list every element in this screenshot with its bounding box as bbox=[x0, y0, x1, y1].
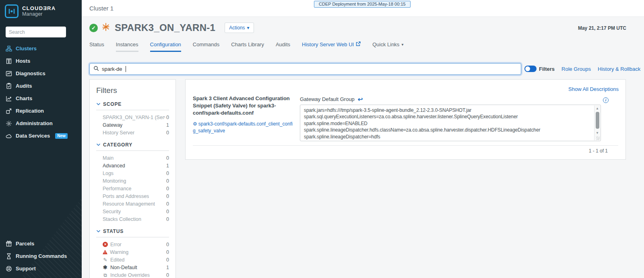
sidebar-item-audits[interactable]: Audits bbox=[0, 80, 82, 92]
filter-item-gateway[interactable]: Gateway1 bbox=[96, 121, 169, 129]
spark-service-icon bbox=[101, 23, 110, 33]
tab-history-server-web-ui[interactable]: History Server Web UI bbox=[302, 41, 361, 52]
tab-audits[interactable]: Audits bbox=[276, 41, 290, 52]
filter-item-monitoring[interactable]: Monitoring0 bbox=[96, 177, 169, 185]
divider bbox=[193, 145, 618, 146]
sidebar-bottom-nav: Parcels Running Commands Support bbox=[0, 237, 82, 275]
filter-item-service-wide[interactable]: SPARK3_ON_YARN-1 (Service-Wide)0 bbox=[96, 113, 169, 121]
filter-item-main[interactable]: Main0 bbox=[96, 154, 169, 162]
scroll-up-icon[interactable]: ▲ bbox=[594, 107, 600, 110]
sidebar-item-charts[interactable]: Charts bbox=[0, 92, 82, 105]
brand-title: CLOUDƎRA bbox=[22, 6, 56, 12]
tab-configuration[interactable]: Configuration bbox=[150, 41, 181, 52]
sidebar-item-hosts[interactable]: Hosts bbox=[0, 55, 82, 67]
filters-toggle-label: Filters bbox=[539, 66, 555, 72]
sidebar-item-clusters[interactable]: Clusters bbox=[0, 42, 82, 55]
sidebar-item-label: Data Services bbox=[16, 133, 50, 139]
scrollbar-thumb[interactable] bbox=[596, 112, 599, 129]
scroll-down-icon[interactable]: ▼ bbox=[594, 131, 600, 135]
sidebar-item-label: Clusters bbox=[16, 45, 37, 51]
undo-icon[interactable]: ↩ bbox=[358, 96, 363, 102]
role-group-label: Gateway Default Group bbox=[300, 96, 355, 102]
sidebar-item-replication[interactable]: Replication bbox=[0, 105, 82, 117]
sidebar-item-label: Support bbox=[16, 266, 36, 272]
filters-panel-title: Filters bbox=[96, 86, 169, 95]
filter-item-edited[interactable]: ✎Edited 0 bbox=[96, 256, 169, 264]
sidebar-nav: Clusters Hosts Diagnostics Audits Charts… bbox=[0, 42, 82, 142]
external-link-icon bbox=[356, 41, 361, 47]
filter-item-advanced[interactable]: Advanced1 bbox=[96, 162, 169, 169]
config-value-textarea[interactable]: spark.jars=hdfs:///tmp/spark-3.5-spline-… bbox=[300, 105, 601, 141]
resize-handle[interactable] bbox=[596, 136, 600, 140]
filter-item-performance[interactable]: Performance0 bbox=[96, 185, 169, 192]
sidebar-search-input[interactable] bbox=[6, 27, 66, 37]
filter-item-logs[interactable]: Logs0 bbox=[96, 169, 169, 177]
filter-item-security[interactable]: Security0 bbox=[96, 208, 169, 215]
filter-item-warning[interactable]: Warning 0 bbox=[96, 248, 169, 256]
filter-item-non-default[interactable]: ✱Non-Default 1 bbox=[96, 264, 169, 271]
toggle-knob bbox=[525, 66, 530, 71]
service-tabs: Status Instances Configuration Commands … bbox=[89, 41, 403, 52]
property-title: Spark 3 Client Advanced Configuration Sn… bbox=[193, 95, 294, 117]
deployment-banner: CDEP Deployment from 2025-May-18 00:15 bbox=[314, 1, 411, 8]
sidebar-item-administration[interactable]: Administration bbox=[0, 117, 82, 130]
sidebar-item-label: Hosts bbox=[16, 58, 30, 64]
sidebar-item-running-commands[interactable]: Running Commands bbox=[0, 250, 82, 262]
sidebar-item-parcels[interactable]: Parcels bbox=[0, 237, 82, 250]
sidebar-item-diagnostics[interactable]: Diagnostics bbox=[0, 67, 82, 80]
sidebar-item-support[interactable]: Support bbox=[0, 262, 82, 275]
property-name-link[interactable]: ⚙spark3-conf/spark-defaults.conf_client_… bbox=[193, 121, 294, 135]
sidebar-item-label: Charts bbox=[16, 95, 32, 101]
sidebar-item-data-services[interactable]: Data Services New bbox=[0, 130, 82, 142]
filter-item-resource-management[interactable]: Resource Management0 bbox=[96, 200, 169, 208]
tab-status[interactable]: Status bbox=[89, 41, 104, 52]
tab-commands[interactable]: Commands bbox=[193, 41, 219, 52]
filter-item-ports-and-addresses[interactable]: Ports and Addresses0 bbox=[96, 192, 169, 200]
cloudera-logo-icon bbox=[5, 4, 19, 18]
filter-section-scope: SCOPE SPARK3_ON_YARN-1 (Service-Wide)0 G… bbox=[96, 101, 169, 136]
textarea-scrollbar[interactable]: ▲ ▼ bbox=[594, 105, 600, 140]
tab-quick-links[interactable]: Quick Links▾ bbox=[372, 41, 403, 52]
page-title: SPARK3_ON_YARN-1 bbox=[115, 22, 215, 33]
filter-section-scope-header[interactable]: SCOPE bbox=[96, 101, 169, 107]
sidebar-item-label: Parcels bbox=[16, 241, 34, 247]
filters-toggle[interactable] bbox=[524, 66, 537, 72]
app-logo[interactable]: CLOUDƎRA Manager bbox=[0, 0, 82, 23]
history-rollback-link[interactable]: History & Rollback bbox=[598, 66, 640, 72]
parcels-icon bbox=[6, 241, 11, 246]
tab-instances[interactable]: Instances bbox=[116, 41, 138, 52]
pagination-label: 1 - 1 of 1 bbox=[589, 148, 608, 154]
non-default-icon: ✱ bbox=[103, 265, 108, 270]
health-ok-icon: ✓ bbox=[89, 24, 98, 32]
filter-item-error[interactable]: ✕Error 0 bbox=[96, 241, 169, 248]
breadcrumb[interactable]: Cluster 1 bbox=[89, 5, 114, 12]
chevron-down-icon bbox=[96, 142, 101, 148]
filter-item-stacks-collection[interactable]: Stacks Collection0 bbox=[96, 215, 169, 223]
hosts-icon bbox=[6, 58, 11, 64]
search-query-text: spark-de bbox=[102, 66, 122, 72]
filters-panel: Filters SCOPE SPARK3_ON_YARN-1 (Service-… bbox=[89, 79, 176, 278]
sidebar-item-label: Running Commands bbox=[16, 253, 67, 259]
config-search-input[interactable]: spark-de bbox=[89, 63, 521, 75]
tab-charts-library[interactable]: Charts Library bbox=[231, 41, 264, 52]
page-timestamp: May 21, 2:17 PM UTC bbox=[578, 25, 626, 31]
info-icon[interactable]: i bbox=[603, 97, 609, 103]
replication-icon bbox=[6, 108, 11, 113]
error-icon: ✕ bbox=[103, 242, 108, 247]
actions-button[interactable]: Actions▾ bbox=[225, 23, 254, 33]
audits-icon bbox=[6, 83, 11, 89]
data-services-icon bbox=[6, 133, 11, 138]
show-all-descriptions-link[interactable]: Show All Descriptions bbox=[568, 86, 619, 92]
filter-section-category-header[interactable]: CATEGORY bbox=[96, 142, 169, 148]
charts-icon bbox=[6, 96, 11, 101]
sidebar-item-label: Diagnostics bbox=[16, 70, 45, 76]
support-icon bbox=[6, 266, 11, 271]
diagnostics-icon bbox=[6, 71, 11, 76]
include-overrides-icon: ⧉ bbox=[103, 272, 108, 278]
new-badge: New bbox=[55, 133, 68, 139]
search-icon bbox=[93, 66, 99, 73]
filter-item-history-server[interactable]: History Server0 bbox=[96, 129, 169, 136]
role-groups-link[interactable]: Role Groups bbox=[561, 66, 591, 72]
filter-item-include-overrides[interactable]: ⧉Include Overrides 0 bbox=[96, 271, 169, 278]
filter-section-status-header[interactable]: STATUS bbox=[96, 229, 169, 234]
